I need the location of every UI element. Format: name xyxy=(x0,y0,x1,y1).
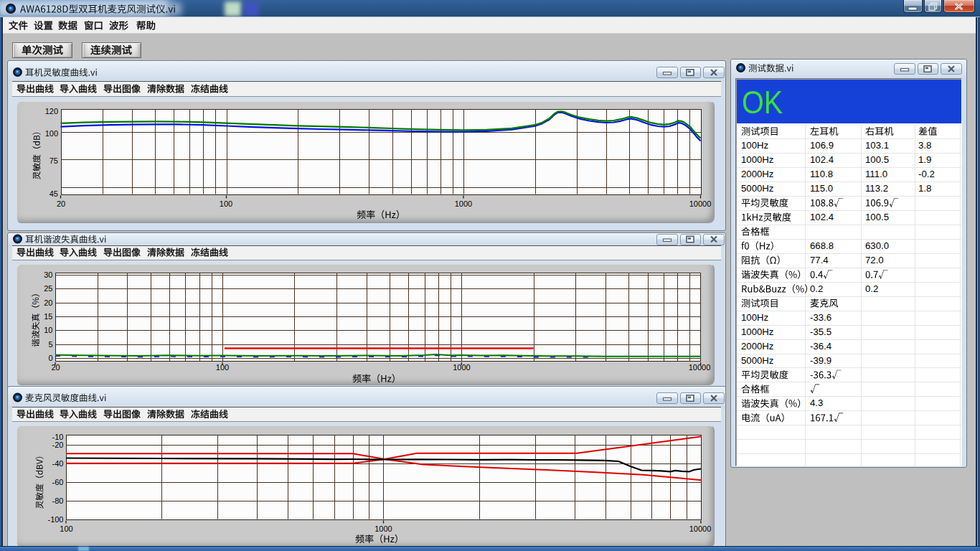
svg-text:10000: 10000 xyxy=(689,524,712,533)
svg-text:100: 100 xyxy=(220,199,232,208)
svg-text:30: 30 xyxy=(44,270,52,279)
svg-text:-80: -80 xyxy=(52,496,64,505)
svg-text:10000: 10000 xyxy=(689,199,712,208)
svg-text:100: 100 xyxy=(216,363,229,372)
svg-text:0: 0 xyxy=(48,354,52,362)
svg-text:25: 25 xyxy=(44,284,52,293)
svg-text:20: 20 xyxy=(51,363,60,372)
svg-text:15: 15 xyxy=(44,312,52,321)
svg-text:-20: -20 xyxy=(52,441,64,449)
svg-text:-40: -40 xyxy=(52,459,64,468)
svg-text:10000: 10000 xyxy=(689,363,711,372)
svg-text:5: 5 xyxy=(48,340,52,349)
svg-text:1000: 1000 xyxy=(374,524,392,533)
svg-text:20: 20 xyxy=(44,298,52,307)
svg-text:-100: -100 xyxy=(47,515,63,524)
svg-text:10: 10 xyxy=(44,326,52,334)
svg-text:1000: 1000 xyxy=(453,363,470,372)
svg-text:120: 120 xyxy=(45,107,58,116)
svg-text:20: 20 xyxy=(57,199,65,208)
svg-text:1000: 1000 xyxy=(455,199,472,208)
svg-text:-60: -60 xyxy=(52,478,64,486)
svg-text:45: 45 xyxy=(50,189,58,198)
svg-text:-10: -10 xyxy=(52,433,64,441)
svg-text:75: 75 xyxy=(50,156,58,165)
svg-text:100: 100 xyxy=(60,524,72,533)
svg-text:100: 100 xyxy=(45,129,58,138)
